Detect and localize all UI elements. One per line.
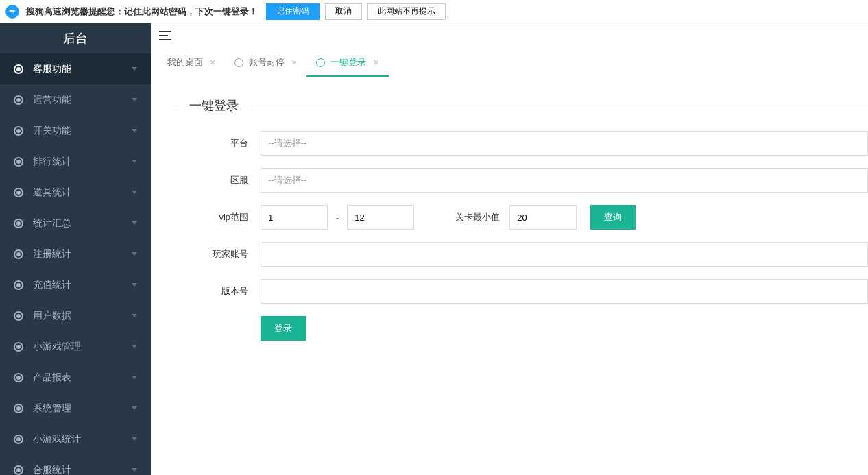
stage-min-label: 关卡最小值 <box>455 211 500 223</box>
vip-max-input[interactable] <box>347 205 414 230</box>
sidebar-item-label: 合服统计 <box>33 464 132 476</box>
tab-2[interactable]: 一键登录× <box>306 48 388 77</box>
cancel-button[interactable]: 取消 <box>325 3 362 20</box>
platform-select[interactable]: --请选择-- <box>261 131 868 156</box>
chevron-down-icon <box>132 221 137 225</box>
sidebar-item-label: 充值统计 <box>33 279 132 291</box>
key-icon <box>5 5 19 19</box>
radio-icon <box>14 342 23 352</box>
chevron-down-icon <box>132 314 137 317</box>
form-legend: 一键登录 <box>180 97 248 114</box>
player-account-label: 玩家账号 <box>171 248 261 260</box>
sidebar-item-label: 小游戏统计 <box>33 433 132 446</box>
zone-label: 区服 <box>171 174 261 186</box>
radio-icon <box>14 249 23 259</box>
sidebar-item-5[interactable]: 统计汇总 <box>0 208 151 239</box>
sidebar-item-6[interactable]: 注册统计 <box>0 239 151 269</box>
radio-icon <box>14 126 23 136</box>
sidebar-item-12[interactable]: 小游戏统计 <box>0 424 151 454</box>
stage-min-input[interactable] <box>509 205 577 230</box>
radio-icon <box>14 373 23 382</box>
chevron-down-icon <box>132 437 137 441</box>
range-dash: - <box>335 212 340 223</box>
sidebar-item-4[interactable]: 道具统计 <box>0 177 151 208</box>
radio-icon <box>14 311 23 321</box>
notification-text: 搜狗高速浏览器提醒您：记住此网站密码，下次一键登录！ <box>26 5 258 18</box>
radio-icon <box>14 64 23 74</box>
close-icon[interactable]: × <box>291 57 297 68</box>
sidebar-item-label: 开关功能 <box>33 125 132 137</box>
content: 一键登录 平台 --请选择-- 区服 --请选择-- vip范围 - <box>151 77 868 475</box>
sidebar-item-label: 运营功能 <box>33 94 132 106</box>
sidebar-item-label: 系统管理 <box>33 402 132 415</box>
form-section: 一键登录 <box>171 97 868 114</box>
chevron-down-icon <box>132 191 137 194</box>
sidebar-item-10[interactable]: 产品报表 <box>0 362 151 393</box>
radio-icon <box>14 404 23 413</box>
close-icon[interactable]: × <box>210 57 215 68</box>
chevron-down-icon <box>132 67 137 71</box>
login-button[interactable]: 登录 <box>261 316 306 341</box>
radio-icon <box>14 95 23 105</box>
radio-icon <box>316 58 325 67</box>
sidebar-item-label: 注册统计 <box>33 248 132 260</box>
version-input[interactable] <box>261 279 868 304</box>
chevron-down-icon <box>132 345 137 348</box>
sidebar-item-label: 统计汇总 <box>33 217 132 230</box>
chevron-down-icon <box>132 468 137 472</box>
sidebar-item-label: 排行统计 <box>33 156 132 168</box>
radio-icon <box>234 58 243 67</box>
radio-icon <box>14 157 23 167</box>
tab-label: 账号封停 <box>249 56 285 69</box>
player-account-input[interactable] <box>261 242 868 267</box>
tab-0[interactable]: 我的桌面× <box>158 48 225 77</box>
tab-label: 我的桌面 <box>167 56 203 69</box>
sidebar-item-2[interactable]: 开关功能 <box>0 115 151 146</box>
sidebar: 后台 客服功能运营功能开关功能排行统计道具统计统计汇总注册统计充值统计用户数据小… <box>0 23 151 475</box>
app-logo: 后台 <box>0 23 151 53</box>
chevron-down-icon <box>132 160 137 163</box>
query-button[interactable]: 查询 <box>590 205 636 230</box>
sidebar-item-8[interactable]: 用户数据 <box>0 300 151 331</box>
vip-range-label: vip范围 <box>171 211 261 223</box>
sidebar-item-label: 道具统计 <box>33 186 132 199</box>
sidebar-item-0[interactable]: 客服功能 <box>0 53 151 84</box>
sidebar-item-label: 产品报表 <box>33 372 132 384</box>
close-icon[interactable]: × <box>373 57 378 68</box>
platform-label: 平台 <box>171 137 261 149</box>
remember-password-button[interactable]: 记住密码 <box>266 3 320 20</box>
menu-toggle-icon[interactable] <box>159 31 171 40</box>
sidebar-item-label: 客服功能 <box>33 63 132 75</box>
sidebar-item-1[interactable]: 运营功能 <box>0 84 151 115</box>
chevron-down-icon <box>132 283 137 287</box>
chevron-down-icon <box>132 129 137 132</box>
sidebar-item-11[interactable]: 系统管理 <box>0 393 151 424</box>
zone-select[interactable]: --请选择-- <box>261 168 868 193</box>
sidebar-item-13[interactable]: 合服统计 <box>0 454 151 475</box>
radio-icon <box>14 188 23 197</box>
version-label: 版本号 <box>171 285 261 297</box>
sidebar-item-9[interactable]: 小游戏管理 <box>0 331 151 362</box>
topbar <box>151 23 868 48</box>
chevron-down-icon <box>132 98 137 101</box>
main: 我的桌面×账号封停×一键登录× 一键登录 平台 --请选择-- 区服 --请选择… <box>151 23 868 475</box>
sidebar-item-7[interactable]: 充值统计 <box>0 269 151 300</box>
radio-icon <box>14 435 23 444</box>
tab-1[interactable]: 账号封停× <box>225 48 306 77</box>
radio-icon <box>14 219 23 228</box>
sidebar-item-3[interactable]: 排行统计 <box>0 146 151 177</box>
chevron-down-icon <box>132 376 137 379</box>
never-prompt-button[interactable]: 此网站不再提示 <box>367 3 446 20</box>
sidebar-item-label: 小游戏管理 <box>33 341 132 353</box>
radio-icon <box>14 465 23 475</box>
sidebar-item-label: 用户数据 <box>33 310 132 322</box>
tabs: 我的桌面×账号封停×一键登录× <box>151 48 868 77</box>
radio-icon <box>14 280 23 290</box>
chevron-down-icon <box>132 252 137 256</box>
tab-label: 一键登录 <box>330 56 366 69</box>
browser-notification-bar: 搜狗高速浏览器提醒您：记住此网站密码，下次一键登录！ 记住密码 取消 此网站不再… <box>0 0 868 23</box>
vip-min-input[interactable] <box>261 205 328 230</box>
chevron-down-icon <box>132 406 137 410</box>
